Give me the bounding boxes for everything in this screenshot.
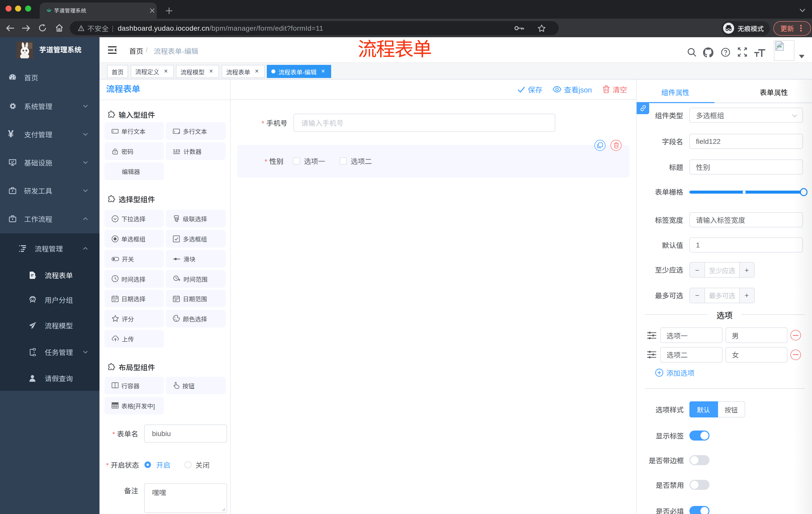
svg-text:123: 123 [173, 148, 180, 153]
